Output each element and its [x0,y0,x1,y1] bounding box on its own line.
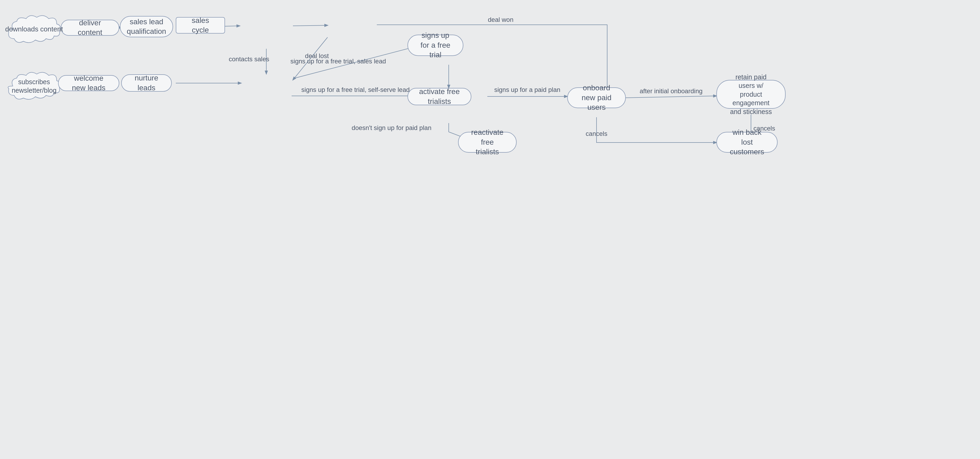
svg-text:signs up for a paid plan: signs up for a paid plan [494,86,560,93]
node-reactivate-free-trialists[interactable]: reactivate free trialists [458,132,517,153]
connections-svg: deal won contacts sales deal lost signs … [0,0,980,459]
node-welcome-new-leads[interactable]: welcome new leads [58,75,119,91]
node-onboard-new-paid[interactable]: onboard new paid users [567,88,626,108]
node-subscribes-newsletter[interactable]: subscribes newsletter/blog [5,72,64,101]
svg-text:cancels: cancels [585,130,607,137]
node-signs-up-free-trial-top[interactable]: signs up for a free trial [407,35,463,56]
node-deliver-content[interactable]: deliver content [61,20,119,36]
diagram-canvas: deal won contacts sales deal lost signs … [0,0,980,459]
node-activate-free-trialists[interactable]: activate free trialists [407,88,471,105]
svg-text:deal lost: deal lost [305,52,329,59]
svg-line-9 [626,96,716,98]
svg-text:signs up for a free trial, sal: signs up for a free trial, sales lead [291,57,386,65]
svg-text:after initial onboarding: after initial onboarding [640,88,703,94]
node-nurture-leads[interactable]: nurture leads [121,74,172,92]
node-retain-paid-users[interactable]: retain paid users w/ product engagement … [716,80,786,109]
svg-line-2 [293,25,328,26]
svg-text:contacts sales: contacts sales [229,56,269,62]
node-sales-cycle[interactable]: sales cycle [176,17,225,33]
node-downloads-content[interactable]: downloads content [5,14,64,44]
node-win-back-lost[interactable]: win back lost customers [716,132,778,153]
node-sales-lead-qual[interactable]: sales lead qualification [120,16,173,37]
svg-text:doesn't sign up for paid plan: doesn't sign up for paid plan [352,124,431,131]
svg-text:deal won: deal won [488,16,514,23]
svg-text:signs up for a free trial, sel: signs up for a free trial, self-serve le… [301,86,410,93]
